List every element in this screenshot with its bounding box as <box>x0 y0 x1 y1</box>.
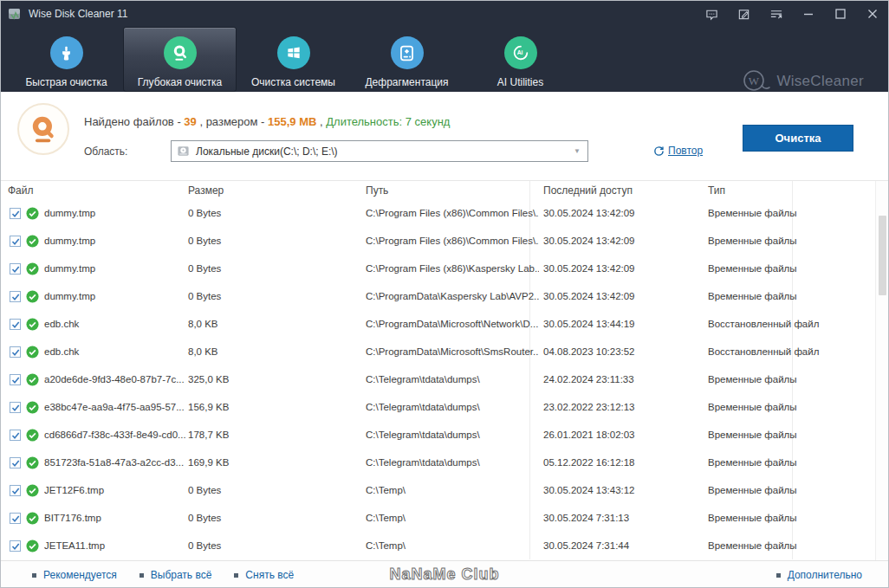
file-type: Временные файлы <box>708 457 797 468</box>
row-checkbox[interactable] <box>10 402 21 413</box>
file-path: C:\Temp\ <box>366 485 539 495</box>
scrollbar-thumb[interactable] <box>879 216 886 295</box>
table-row[interactable]: a20de6de-9fd3-48e0-87b7-7c... 325,0 KB C… <box>1 366 888 394</box>
table-row[interactable]: cd6866d7-f38c-433f-8e49-cd0... 178,7 KB … <box>1 422 888 449</box>
tabbar: Быстрая очистка Глубокая очистка Очистка… <box>1 27 888 92</box>
file-path: C:\Temp\ <box>366 540 539 551</box>
main-menu-button[interactable] <box>760 1 792 27</box>
svg-text:Ai: Ai <box>516 49 522 55</box>
minimize-button[interactable] <box>792 1 824 27</box>
refresh-icon <box>653 145 665 157</box>
scope-label: Область: <box>84 145 127 158</box>
row-checkbox[interactable] <box>10 291 21 302</box>
more-link[interactable]: Дополнительно <box>776 569 862 581</box>
more-label: Дополнительно <box>788 569 862 581</box>
file-accessed: 26.01.2021 18:02:03 <box>543 430 635 440</box>
wisecleaner-logo-icon: W <box>742 68 771 94</box>
column-header-type[interactable]: Тип <box>708 184 725 197</box>
column-header-path[interactable]: Путь <box>366 184 388 197</box>
vertical-scrollbar[interactable] <box>875 181 888 560</box>
found-count: 39 <box>184 115 196 128</box>
table-row[interactable]: edb.chk 8,0 KB C:\ProgramData\Microsoft\… <box>1 339 888 366</box>
checkmark-icon <box>11 487 20 495</box>
file-type: Временные файлы <box>708 485 797 495</box>
table-row[interactable]: e38bc47e-aa9a-4f75-aa95-57... 156,9 KB C… <box>1 394 888 422</box>
row-checkbox[interactable] <box>10 430 21 441</box>
square-bullet-icon <box>32 573 36 578</box>
column-header-accessed[interactable]: Последний доступ <box>543 184 633 197</box>
status-check-icon <box>26 540 39 552</box>
chevron-down-icon[interactable]: ▼ <box>574 147 581 155</box>
file-size: 169,9 KB <box>188 457 229 468</box>
checkmark-icon <box>11 348 20 357</box>
checkmark-icon <box>11 431 20 440</box>
table-row[interactable]: edb.chk 8,0 KB C:\ProgramData\Microsoft\… <box>1 311 888 339</box>
tab-defrag[interactable]: Дефрагментация <box>350 27 464 92</box>
table-row[interactable]: JETEA11.tmp 0 Bytes C:\Temp\ 30.05.2024 … <box>1 533 888 560</box>
row-checkbox[interactable] <box>10 319 21 330</box>
minimize-icon <box>802 8 814 20</box>
tab-label: Глубокая очистка <box>138 76 223 88</box>
column-header-file[interactable]: Файл <box>8 184 34 197</box>
scope-dropdown[interactable]: Локальные диски(C:\; D:\; E:\) ▼ <box>171 140 588 162</box>
tab-system-clean[interactable]: Очистка системы <box>237 27 350 92</box>
row-checkbox[interactable] <box>10 540 21 552</box>
recommended-link[interactable]: Рекомендуется <box>32 569 117 581</box>
brand-logo: W WiseCleaner <box>742 68 864 94</box>
file-path: C:\ProgramData\Microsoft\Network\D... <box>366 319 539 329</box>
repeat-label: Повтор <box>668 145 703 157</box>
file-name: cd6866d7-f38c-433f-8e49-cd0... <box>44 430 185 440</box>
status-check-icon <box>26 235 39 248</box>
file-type: Временные файлы <box>708 513 797 523</box>
row-checkbox[interactable] <box>10 485 21 496</box>
table-row[interactable]: dummy.tmp 0 Bytes C:\ProgramData\Kaspers… <box>1 283 888 311</box>
window-controls <box>696 1 888 27</box>
file-size: 0 Bytes <box>188 291 221 301</box>
file-type: Временные файлы <box>708 208 797 218</box>
row-checkbox[interactable] <box>10 346 21 358</box>
found-label: Найдено файлов - <box>84 115 184 128</box>
row-checkbox[interactable] <box>10 374 21 385</box>
repeat-link[interactable]: Повтор <box>653 145 703 157</box>
file-name: JET12F6.tmp <box>44 485 185 495</box>
tab-quick-clean[interactable]: Быстрая очистка <box>10 27 123 92</box>
file-name: dummy.tmp <box>44 236 185 246</box>
file-accessed: 30.05.2024 13:42:09 <box>543 208 635 218</box>
select-all-link[interactable]: Выбрать всё <box>140 569 212 581</box>
table-row[interactable]: dummy.tmp 0 Bytes C:\Program Files (x86)… <box>1 255 888 283</box>
feedback-button[interactable] <box>696 1 728 27</box>
file-name: dummy.tmp <box>44 263 185 274</box>
maximize-button[interactable] <box>824 1 856 27</box>
table-row[interactable]: BIT7176.tmp 0 Bytes C:\Temp\ 30.05.2024 … <box>1 505 888 533</box>
clean-button[interactable]: Очистка <box>743 125 853 152</box>
checkmark-icon <box>11 514 20 523</box>
file-size: 0 Bytes <box>188 485 221 495</box>
file-path: C:\ProgramData\Microsoft\SmsRouter... <box>366 346 539 357</box>
column-header-size[interactable]: Размер <box>188 184 224 197</box>
status-check-icon <box>26 262 39 275</box>
row-checkbox[interactable] <box>10 263 21 275</box>
tab-deep-clean[interactable]: Глубокая очистка <box>123 27 237 92</box>
file-size: 325,0 KB <box>188 374 229 384</box>
chat-bubble-icon <box>705 8 718 21</box>
register-button[interactable] <box>728 1 760 27</box>
tab-label: Очистка системы <box>251 76 335 88</box>
file-accessed: 04.08.2023 10:23:52 <box>543 346 635 357</box>
table-row[interactable]: dummy.tmp 0 Bytes C:\Program Files (x86)… <box>1 200 888 228</box>
row-checkbox[interactable] <box>10 208 21 219</box>
row-checkbox[interactable] <box>10 513 21 524</box>
file-type: Временные файлы <box>708 540 797 551</box>
file-name: BIT7176.tmp <box>44 513 185 523</box>
deselect-all-link[interactable]: Снять всё <box>234 569 294 581</box>
row-checkbox[interactable] <box>10 457 21 468</box>
checkmark-icon <box>11 459 20 468</box>
close-button[interactable] <box>856 1 888 27</box>
file-size: 8,0 KB <box>188 346 218 357</box>
row-checkbox[interactable] <box>10 236 21 247</box>
table-row[interactable]: 851723fa-51a8-47a3-a2cc-d3... 169,9 KB C… <box>1 449 888 477</box>
table-row[interactable]: dummy.tmp 0 Bytes C:\Program Files (x86)… <box>1 228 888 255</box>
file-name: JETEA11.tmp <box>44 540 185 551</box>
file-accessed: 30.05.2024 13:42:09 <box>543 263 635 274</box>
table-row[interactable]: JET12F6.tmp 0 Bytes C:\Temp\ 30.05.2024 … <box>1 477 888 505</box>
tab-ai-utilities[interactable]: Ai AI Utilities <box>464 27 577 92</box>
